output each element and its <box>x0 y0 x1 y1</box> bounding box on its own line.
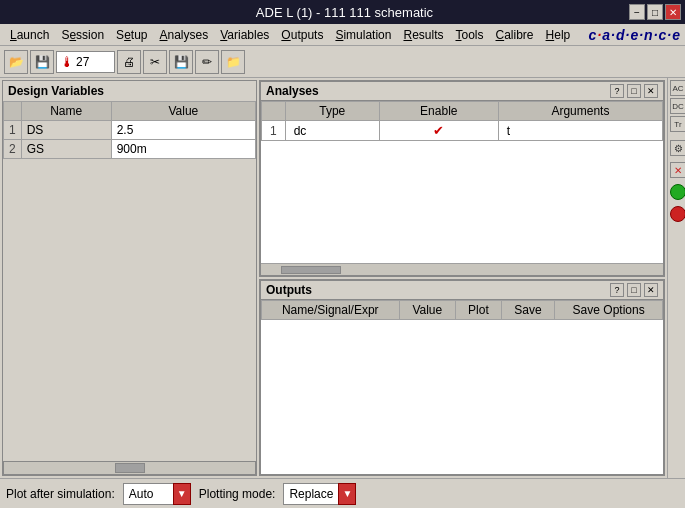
side-icon-ac[interactable]: AC <box>670 80 685 96</box>
analyses-close-icon[interactable]: ✕ <box>644 84 658 98</box>
col-num-header <box>4 102 22 121</box>
toolbar: 📂 💾 🌡 🖨 ✂ 💾 ✏ 📁 <box>0 46 685 78</box>
right-panels: Analyses ? □ ✕ Type Enable <box>259 80 665 476</box>
side-icon-settings[interactable]: ⚙ <box>670 140 685 156</box>
side-icon-close-red[interactable]: ✕ <box>670 162 685 178</box>
toolbar-folder2-btn[interactable]: 📁 <box>221 50 245 74</box>
menu-variables[interactable]: Variables <box>214 27 275 43</box>
toolbar-save2-btn[interactable]: 💾 <box>169 50 193 74</box>
analyses-row1-enable[interactable]: ✔ <box>379 121 498 141</box>
col-enable: Enable <box>379 102 498 121</box>
analyses-help-icon[interactable]: ? <box>610 84 624 98</box>
plot-mode-value[interactable]: Auto <box>123 483 173 505</box>
outputs-close-icon[interactable]: ✕ <box>644 283 658 297</box>
bottom-controls: Plot after simulation: Auto ▼ Plotting m… <box>0 478 685 508</box>
analyses-maximize-icon[interactable]: □ <box>627 84 641 98</box>
col-save: Save <box>501 301 555 320</box>
menu-bar: Launch Session Setup Analyses Variables … <box>0 24 685 46</box>
plotting-mode-value[interactable]: Replace <box>283 483 338 505</box>
outputs-panel: Outputs ? □ ✕ Name/Signal/Expr Value <box>259 279 665 476</box>
cadence-logo: c·a·d·e·n·c·e <box>589 27 681 43</box>
menu-outputs[interactable]: Outputs <box>275 27 329 43</box>
side-icon-dc[interactable]: DC <box>670 98 685 114</box>
toolbar-scissors-btn[interactable]: ✂ <box>143 50 167 74</box>
toolbar-save-btn[interactable]: 💾 <box>30 50 54 74</box>
menu-analyses[interactable]: Analyses <box>154 27 215 43</box>
thermometer-icon: 🌡 <box>60 54 74 70</box>
col-value-header: Value <box>111 102 255 121</box>
maximize-button[interactable]: □ <box>647 4 663 20</box>
row2-num: 2 <box>4 140 22 159</box>
design-variables-panel: Design Variables Name Value 1 DS 2.5 <box>2 80 257 476</box>
plot-mode-arrow[interactable]: ▼ <box>173 483 191 505</box>
horizontal-scrollbar[interactable] <box>3 461 256 475</box>
row2-value[interactable]: 900m <box>111 140 255 159</box>
temp-display: 🌡 <box>56 51 115 73</box>
menu-launch[interactable]: Launch <box>4 27 55 43</box>
scroll-thumb[interactable] <box>115 463 145 473</box>
plot-after-label: Plot after simulation: <box>6 487 115 501</box>
menu-calibre[interactable]: Calibre <box>490 27 540 43</box>
minimize-button[interactable]: − <box>629 4 645 20</box>
row1-value[interactable]: 2.5 <box>111 121 255 140</box>
analyses-row1-num: 1 <box>262 121 286 141</box>
analyses-row: 1 dc ✔ t <box>262 121 663 141</box>
table-row: 2 GS 900m <box>4 140 256 159</box>
row1-name[interactable]: DS <box>21 121 111 140</box>
col-save-options: Save Options <box>555 301 663 320</box>
close-button[interactable]: ✕ <box>665 4 681 20</box>
menu-simulation[interactable]: Simulation <box>329 27 397 43</box>
analyses-header: Analyses ? □ ✕ <box>261 82 663 101</box>
col-value: Value <box>399 301 456 320</box>
plot-mode-dropdown-group: Auto ▼ <box>123 483 191 505</box>
analyses-scroll-thumb[interactable] <box>281 266 341 274</box>
table-row: 1 DS 2.5 <box>4 121 256 140</box>
outputs-title: Outputs <box>266 283 610 297</box>
design-variables-table: Name Value 1 DS 2.5 2 GS 900m <box>3 101 256 159</box>
toolbar-open-btn[interactable]: 📂 <box>4 50 28 74</box>
toolbar-print-btn[interactable]: 🖨 <box>117 50 141 74</box>
row1-num: 1 <box>4 121 22 140</box>
analyses-title: Analyses <box>266 84 610 98</box>
plotting-mode-label: Plotting mode: <box>199 487 276 501</box>
title-bar: ADE L (1) - 111 111 schematic − □ ✕ <box>0 0 685 24</box>
run-button[interactable] <box>670 184 685 200</box>
plotting-mode-arrow[interactable]: ▼ <box>338 483 356 505</box>
analyses-scrollbar[interactable] <box>261 263 663 275</box>
menu-tools[interactable]: Tools <box>449 27 489 43</box>
col-name-header: Name <box>21 102 111 121</box>
row2-name[interactable]: GS <box>21 140 111 159</box>
analyses-table: Type Enable Arguments 1 dc ✔ <box>261 101 663 141</box>
menu-results[interactable]: Results <box>397 27 449 43</box>
col-plot: Plot <box>456 301 502 320</box>
side-icon-tran[interactable]: Tr <box>670 116 685 132</box>
outputs-maximize-icon[interactable]: □ <box>627 283 641 297</box>
menu-setup[interactable]: Setup <box>110 27 153 43</box>
side-icons-panel: AC DC Tr ⚙ ✕ <box>667 78 685 478</box>
col-num <box>262 102 286 121</box>
window-title: ADE L (1) - 111 111 schematic <box>60 5 629 20</box>
analyses-panel: Analyses ? □ ✕ Type Enable <box>259 80 665 277</box>
outputs-header: Outputs ? □ ✕ <box>261 281 663 300</box>
menu-session[interactable]: Session <box>55 27 110 43</box>
plotting-mode-dropdown-group: Replace ▼ <box>283 483 356 505</box>
col-type: Type <box>285 102 379 121</box>
toolbar-edit-btn[interactable]: ✏ <box>195 50 219 74</box>
temp-input[interactable] <box>76 55 111 69</box>
design-variables-title: Design Variables <box>3 81 256 101</box>
analyses-row1-type[interactable]: dc <box>285 121 379 141</box>
col-args: Arguments <box>498 102 662 121</box>
col-name-signal: Name/Signal/Expr <box>262 301 400 320</box>
outputs-table: Name/Signal/Expr Value Plot Save Save Op… <box>261 300 663 320</box>
stop-button[interactable] <box>670 206 685 222</box>
outputs-help-icon[interactable]: ? <box>610 283 624 297</box>
analyses-row1-args: t <box>498 121 662 141</box>
checkmark-icon: ✔ <box>433 123 444 138</box>
menu-help[interactable]: Help <box>540 27 577 43</box>
